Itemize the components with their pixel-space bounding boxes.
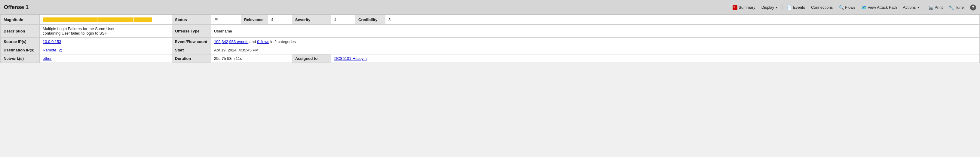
- summary-icon: [733, 5, 737, 10]
- table-row: Source IP(s) 10.0.0.153 Event/Flow count…: [1, 38, 980, 46]
- divider-1: [782, 5, 783, 11]
- magnitude-label: Magnitude: [1, 15, 40, 25]
- table-row: Description Multiple Login Failures for …: [1, 25, 980, 38]
- event-flow-label: Event/Flow count: [172, 38, 211, 46]
- assigned-to-value: DCS5101-Hüseyin: [331, 54, 980, 63]
- offense-type-label: Offense Type: [172, 25, 211, 38]
- print-icon: 🖨️: [928, 5, 934, 10]
- event-flow-and: and: [250, 39, 257, 44]
- networks-link[interactable]: other: [43, 56, 52, 61]
- networks-value: other: [40, 54, 172, 63]
- flows-icon: 🔍: [839, 5, 844, 10]
- status-value: ⚑: [211, 15, 241, 25]
- tune-label: Tune: [955, 5, 964, 10]
- attack-path-icon: 🗺️: [861, 5, 866, 10]
- help-icon[interactable]: ?: [970, 5, 976, 11]
- display-button[interactable]: Display ▼: [759, 4, 781, 11]
- flows-button[interactable]: 🔍 Flows: [836, 4, 858, 11]
- offense-details-table: Magnitude Status ⚑ Relevance 4 Severi: [0, 15, 980, 63]
- start-value: Apr 19, 2024, 4:35:45 PM: [211, 46, 980, 54]
- table-row: Network(s) other Duration 25d 7h 58m 11s…: [1, 54, 980, 63]
- header-actions: Summary Display ▼ 📄 Events Connections 🔍…: [730, 4, 976, 11]
- print-button[interactable]: 🖨️ Print: [926, 4, 945, 11]
- tune-button[interactable]: 🔧 Tune: [946, 4, 966, 11]
- source-ip-label: Source IP(s): [1, 38, 40, 46]
- source-ip-link[interactable]: 10.0.0.153: [43, 39, 61, 44]
- divider-2: [924, 5, 924, 11]
- display-dropdown-icon: ▼: [775, 6, 778, 9]
- events-label: Events: [793, 5, 805, 10]
- actions-dropdown-icon: ▼: [917, 6, 920, 9]
- source-ip-value: 10.0.0.153: [40, 38, 172, 46]
- view-attack-path-button[interactable]: 🗺️ View Attack Path: [859, 4, 899, 11]
- flows-label: Flows: [845, 5, 855, 10]
- page-wrapper: Offense 1 Summary Display ▼ 📄 Events Con…: [0, 0, 980, 63]
- tune-icon: 🔧: [949, 5, 954, 10]
- view-attack-path-label: View Attack Path: [867, 5, 897, 10]
- magnitude-segment-3: [134, 18, 152, 22]
- destination-ip-value: Remote (2): [40, 46, 172, 54]
- credibility-value: 3: [385, 15, 980, 25]
- connections-label: Connections: [811, 5, 833, 10]
- assigned-to-link[interactable]: DCS5101-Hüseyin: [334, 56, 367, 61]
- table-row: Magnitude Status ⚑ Relevance 4 Severi: [1, 15, 980, 25]
- duration-label: Duration: [172, 54, 211, 63]
- flows-count-link[interactable]: 0 flows: [257, 39, 269, 44]
- events-button[interactable]: 📄 Events: [784, 4, 807, 11]
- events-icon: 📄: [787, 5, 792, 10]
- assigned-to-label: Assigned to: [292, 54, 331, 63]
- severity-value: 4: [331, 15, 355, 25]
- events-count-link[interactable]: 109,342,953 events: [214, 39, 248, 44]
- destination-ip-link[interactable]: Remote (2): [43, 48, 62, 52]
- offense-type-value: Username: [211, 25, 980, 38]
- actions-button[interactable]: Actions ▼: [900, 4, 922, 11]
- duration-value: 25d 7h 58m 11s: [211, 54, 292, 63]
- magnitude-segment-1: [43, 18, 97, 22]
- summary-label: Summary: [738, 5, 756, 10]
- description-label: Description: [1, 25, 40, 38]
- start-label: Start: [172, 46, 211, 54]
- magnitude-value: [40, 15, 172, 25]
- magnitude-segment-2: [97, 18, 134, 22]
- event-flow-suffix: in 2 categories: [270, 39, 296, 44]
- credibility-label: Credibility: [355, 15, 385, 25]
- header-bar: Offense 1 Summary Display ▼ 📄 Events Con…: [0, 0, 980, 15]
- divider-3: [968, 5, 968, 11]
- relevance-label: Relevance: [241, 15, 268, 25]
- networks-label: Network(s): [1, 54, 40, 63]
- page-title: Offense 1: [4, 4, 29, 11]
- destination-ip-label: Destination IP(s): [1, 46, 40, 54]
- status-container: ⚑: [214, 17, 238, 22]
- print-label: Print: [935, 5, 943, 10]
- flag-icon: ⚑: [214, 17, 218, 22]
- relevance-value: 4: [268, 15, 292, 25]
- event-flow-value: 109,342,953 events and 0 flows in 2 cate…: [211, 38, 980, 46]
- status-label: Status: [172, 15, 211, 25]
- summary-button[interactable]: Summary: [730, 4, 758, 11]
- connections-button[interactable]: Connections: [809, 4, 835, 11]
- display-label: Display: [762, 5, 775, 10]
- magnitude-bar: [43, 17, 169, 22]
- table-row: Destination IP(s) Remote (2) Start Apr 1…: [1, 46, 980, 54]
- severity-label: Severity: [292, 15, 331, 25]
- description-value: Multiple Login Failures for the Same Use…: [40, 25, 172, 38]
- actions-label: Actions: [903, 5, 916, 10]
